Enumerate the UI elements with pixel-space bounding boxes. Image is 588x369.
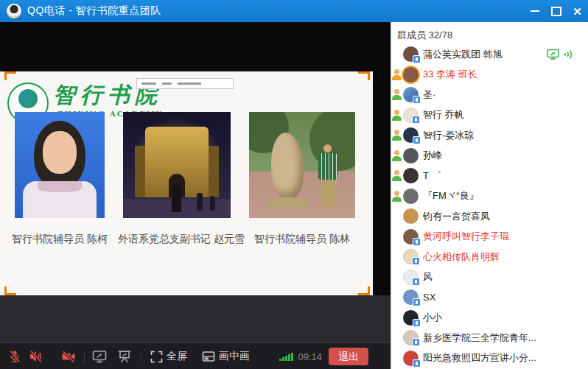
avatar: [403, 289, 419, 305]
call-duration: 09:14: [298, 351, 322, 362]
call-toolbar: 全屏 画中画 09:14 退出: [0, 342, 391, 369]
photo-zhao-yuanxue: [123, 112, 231, 218]
member-panel: 群成员 32/78 蒲公英实践团 韩旭: [391, 22, 588, 369]
share-corner-tl2-icon: [4, 71, 7, 80]
member-name: 蒲公英实践团 韩旭: [423, 48, 503, 61]
member-row[interactable]: 钧有一言贺喜凤: [391, 206, 588, 227]
raise-hand-icon: [392, 150, 402, 162]
mobile-badge-icon: [413, 359, 421, 368]
member-row[interactable]: 小小: [391, 308, 588, 328]
video-lower-strip: [0, 295, 391, 342]
member-name: T ゜: [423, 169, 441, 183]
member-row[interactable]: 智行-娄冰琼: [391, 125, 588, 146]
member-name: 『FMヾ°良』: [423, 189, 479, 203]
window-title: QQ电话 - 智行书院重点团队: [27, 4, 161, 18]
caption-zhao-yuanxue: 外语系党总支副书记 赵元雪: [118, 233, 236, 247]
member-row[interactable]: 孙峰: [391, 146, 588, 166]
member-panel-header: 群成员 32/78: [397, 29, 588, 42]
member-row[interactable]: 智行 乔帆: [391, 105, 588, 126]
pip-button[interactable]: 画中画: [219, 350, 250, 363]
photo-chen-ke: [15, 112, 105, 218]
avatar: [403, 148, 419, 164]
member-name: 圣·: [423, 88, 435, 102]
mobile-badge-icon: [412, 338, 420, 346]
mobile-badge-icon: [413, 136, 421, 144]
share-corner-tr2-icon: [368, 71, 370, 80]
caption-chen-ke: 智行书院辅导员 陈柯: [4, 233, 115, 247]
member-row[interactable]: 黄河呼叫智行李子琨: [391, 227, 588, 247]
member-name: 黄河呼叫智行李子琨: [423, 230, 509, 243]
camera-muted-button[interactable]: [60, 349, 77, 364]
mic-muted-button[interactable]: [7, 349, 22, 364]
member-name: 风: [423, 270, 433, 284]
mobile-badge-icon: [413, 96, 421, 104]
maximize-icon: [551, 7, 561, 16]
screen-share-button[interactable]: [92, 350, 107, 364]
avatar: [403, 330, 419, 345]
member-name: 33 李涛 班长: [423, 68, 477, 81]
minimize-button[interactable]: [524, 0, 545, 22]
slide-nav-box: [136, 78, 234, 89]
mobile-badge-icon: [413, 298, 421, 306]
avatar: [403, 46, 419, 62]
avatar: [403, 351, 419, 366]
member-row[interactable]: 『FMヾ°良』: [391, 186, 588, 207]
member-row[interactable]: 新乡医学院三全学院青年...: [391, 328, 588, 348]
mobile-badge-icon: [413, 238, 421, 246]
share-corner-br2-icon: [368, 287, 370, 295]
titlebar: QQ电话 - 智行书院重点团队 ✕: [0, 0, 588, 22]
fullscreen-button[interactable]: 全屏: [167, 350, 187, 363]
member-name: 小小: [423, 311, 442, 324]
avatar: [403, 108, 419, 123]
member-row[interactable]: 蒲公英实践团 韩旭: [391, 44, 588, 65]
speaker-muted-button[interactable]: [28, 349, 44, 364]
avatar: [403, 127, 419, 143]
member-row[interactable]: 心火相传队肖明辉: [391, 247, 588, 267]
member-row[interactable]: 阳光急救照四方宣讲小分...: [391, 348, 588, 369]
qq-logo-icon: [7, 4, 21, 18]
member-status-icons: [547, 49, 573, 60]
signal-strength-icon: [279, 353, 293, 361]
member-name: 心火相传队肖明辉: [423, 250, 500, 264]
member-name: 智行 乔帆: [423, 108, 464, 122]
share-corner-bl2-icon: [4, 287, 7, 295]
caption-chen-lin: 智行书院辅导员 陈林: [243, 233, 361, 247]
maximize-button[interactable]: [545, 0, 567, 22]
member-row[interactable]: 风: [391, 267, 588, 288]
raise-hand-icon: [392, 68, 402, 81]
mobile-badge-icon: [412, 278, 420, 286]
member-name: 新乡医学院三全学院青年...: [423, 331, 536, 345]
avatar: [403, 229, 419, 245]
close-icon: ✕: [573, 6, 582, 17]
member-name: 智行-娄冰琼: [423, 129, 474, 142]
member-name: 钧有一言贺喜凤: [423, 210, 490, 223]
member-name: 孙峰: [423, 149, 442, 162]
raise-hand-icon: [392, 190, 402, 203]
avatar: [403, 189, 419, 204]
screen-sharing-icon: [547, 49, 560, 60]
mobile-badge-icon: [412, 257, 420, 265]
member-name: SX: [423, 292, 435, 303]
mobile-badge-icon: [413, 55, 421, 63]
mobile-badge-icon: [412, 116, 420, 124]
pip-icon[interactable]: [202, 351, 215, 362]
avatar: [403, 249, 419, 264]
close-button[interactable]: ✕: [567, 0, 588, 22]
video-area: 智行书院 ZHIXING ACADEMY 智行书院辅导员 陈柯 外语: [0, 22, 391, 369]
member-row[interactable]: 圣·: [391, 85, 588, 105]
whiteboard-share-button[interactable]: [117, 350, 132, 364]
raise-hand-icon: [392, 88, 402, 101]
avatar: [403, 67, 419, 82]
fullscreen-icon[interactable]: [150, 351, 163, 363]
member-name: 阳光急救照四方宣讲小分...: [423, 351, 536, 365]
raise-hand-icon: [392, 169, 402, 182]
exit-button[interactable]: 退出: [329, 348, 368, 366]
window-controls: ✕: [524, 0, 588, 22]
raise-hand-icon: [392, 129, 402, 141]
member-row[interactable]: T ゜: [391, 166, 588, 186]
avatar: [403, 168, 419, 183]
avatar: [403, 208, 419, 224]
qq-call-window: QQ电话 - 智行书院重点团队 ✕ 智行书院 ZHIXING ACADEMY: [0, 0, 588, 369]
member-row[interactable]: 33 李涛 班长: [391, 65, 588, 85]
member-row[interactable]: SX: [391, 287, 588, 308]
